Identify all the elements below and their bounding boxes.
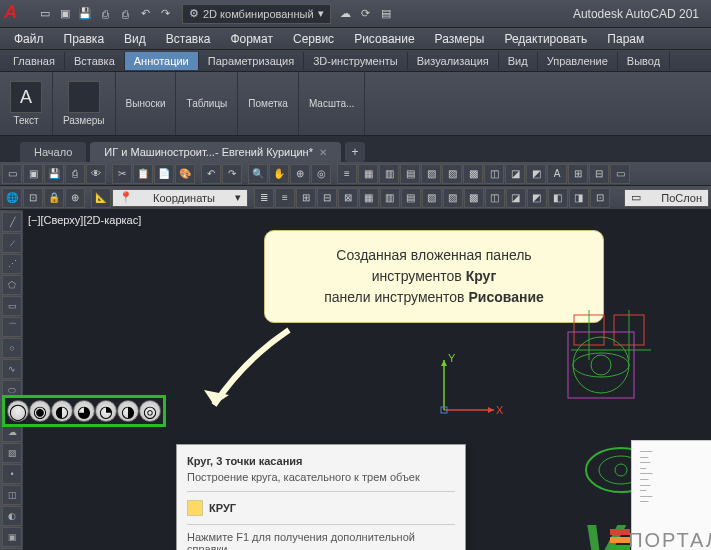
tb-icon[interactable]: ▨ <box>442 164 462 184</box>
menu-format[interactable]: Формат <box>220 30 283 48</box>
tb-icon[interactable]: 🌐 <box>2 188 22 208</box>
tb-icon[interactable]: ▧ <box>422 188 442 208</box>
tb-icon[interactable]: ⎙ <box>65 164 85 184</box>
circle-3point-icon[interactable]: ◕ <box>73 400 95 422</box>
tab-3dtools[interactable]: 3D-инструменты <box>304 52 408 70</box>
tb-icon[interactable]: ▩ <box>464 188 484 208</box>
tb-icon[interactable]: ▥ <box>379 164 399 184</box>
tb-icon[interactable]: ◪ <box>505 164 525 184</box>
ribbon-group-scale[interactable]: Масшта... <box>299 72 365 135</box>
spline-icon[interactable]: ∿ <box>2 359 22 379</box>
tb-icon[interactable]: ▦ <box>358 164 378 184</box>
tb-icon[interactable]: 🔒 <box>44 188 64 208</box>
circle-donut-icon[interactable]: ◎ <box>139 400 161 422</box>
tab-output[interactable]: Вывод <box>618 52 670 70</box>
gradient-icon[interactable]: ◐ <box>2 506 22 526</box>
hatch-icon[interactable]: ▨ <box>2 443 22 463</box>
tb-icon[interactable]: 📄 <box>154 164 174 184</box>
tb-icon[interactable]: ▥ <box>380 188 400 208</box>
menu-dimension[interactable]: Размеры <box>425 30 495 48</box>
tab-insert[interactable]: Вставка <box>65 52 125 70</box>
tb-icon[interactable]: 🎨 <box>175 164 195 184</box>
tb-icon[interactable]: ◩ <box>526 164 546 184</box>
layer-combo[interactable]: ▭ПоСлон <box>624 189 709 207</box>
menu-view[interactable]: Вид <box>114 30 156 48</box>
line-icon[interactable]: ╱ <box>2 212 22 232</box>
close-icon[interactable]: ✕ <box>319 147 327 158</box>
new-tab-button[interactable]: + <box>345 142 365 162</box>
publish-icon[interactable]: ▤ <box>377 5 395 23</box>
tab-home[interactable]: Главная <box>4 52 65 70</box>
tb-icon[interactable]: ▭ <box>2 164 22 184</box>
tb-icon[interactable]: 💾 <box>44 164 64 184</box>
doc-tab-start[interactable]: Начало <box>20 142 86 162</box>
circle-center-diameter-icon[interactable]: ◉ <box>29 400 51 422</box>
tb-icon[interactable]: ✋ <box>269 164 289 184</box>
coordinates-selector[interactable]: 📍Координаты▾ <box>112 189 248 207</box>
menu-draw[interactable]: Рисование <box>344 30 424 48</box>
plot-icon[interactable]: ⎙ <box>116 5 134 23</box>
tb-icon[interactable]: ⊡ <box>590 188 610 208</box>
ribbon-group-dimensions[interactable]: Размеры <box>53 72 116 135</box>
sync-icon[interactable]: ⟳ <box>357 5 375 23</box>
tb-icon[interactable]: 📋 <box>133 164 153 184</box>
menu-modify[interactable]: Редактировать <box>494 30 597 48</box>
tb-icon[interactable]: ◪ <box>506 188 526 208</box>
tb-icon[interactable]: ▣ <box>23 164 43 184</box>
tb-icon[interactable]: ▤ <box>400 164 420 184</box>
tb-icon[interactable]: ≡ <box>275 188 295 208</box>
ribbon-group-markup[interactable]: Пометка <box>238 72 299 135</box>
menu-insert[interactable]: Вставка <box>156 30 221 48</box>
open-icon[interactable]: ▣ <box>56 5 74 23</box>
share-icon[interactable]: ☁ <box>337 5 355 23</box>
construction-line-icon[interactable]: ⋰ <box>2 254 22 274</box>
tb-icon[interactable]: ◨ <box>569 188 589 208</box>
tb-icon[interactable]: ⊕ <box>65 188 85 208</box>
circle-ttt-icon[interactable]: ◑ <box>117 400 139 422</box>
tb-icon[interactable]: ◎ <box>311 164 331 184</box>
arc-icon[interactable]: ⌒ <box>2 317 22 337</box>
workspace-selector[interactable]: ⚙ 2D комбинированный ▾ <box>182 4 331 24</box>
tb-icon[interactable]: 👁 <box>86 164 106 184</box>
tb-icon[interactable]: ↶ <box>201 164 221 184</box>
undo-icon[interactable]: ↶ <box>136 5 154 23</box>
tb-icon[interactable]: ▦ <box>359 188 379 208</box>
circle-ttr-icon[interactable]: ◔ <box>95 400 117 422</box>
tb-icon[interactable]: ▧ <box>421 164 441 184</box>
saveas-icon[interactable]: ⎙ <box>96 5 114 23</box>
tb-icon[interactable]: ≡ <box>337 164 357 184</box>
tb-icon[interactable]: ⊞ <box>568 164 588 184</box>
tab-annotate[interactable]: Аннотации <box>125 52 199 70</box>
rectangle-icon[interactable]: ▭ <box>2 296 22 316</box>
tab-visualize[interactable]: Визуализация <box>408 52 499 70</box>
ribbon-group-leaders[interactable]: Выноски <box>116 72 177 135</box>
tb-icon[interactable]: ⊟ <box>317 188 337 208</box>
tb-icon[interactable]: ⊠ <box>338 188 358 208</box>
menu-param[interactable]: Парам <box>597 30 654 48</box>
circle-2point-icon[interactable]: ◐ <box>51 400 73 422</box>
region-icon[interactable]: ▣ <box>2 527 22 547</box>
viewport-label[interactable]: [−][Сверху][2D-каркас] <box>28 214 141 226</box>
tb-icon[interactable]: A <box>547 164 567 184</box>
menu-tools[interactable]: Сервис <box>283 30 344 48</box>
menu-file[interactable]: Файл <box>4 30 54 48</box>
tb-icon[interactable]: ↷ <box>222 164 242 184</box>
drawing-canvas[interactable]: [−][Сверху][2D-каркас] Созданная вложенн… <box>24 210 711 550</box>
tb-icon[interactable]: ▩ <box>463 164 483 184</box>
tb-icon[interactable]: ▤ <box>401 188 421 208</box>
tb-icon[interactable]: ◩ <box>527 188 547 208</box>
new-icon[interactable]: ▭ <box>36 5 54 23</box>
tb-icon[interactable]: 📐 <box>91 188 111 208</box>
ribbon-group-text[interactable]: A Текст <box>0 72 53 135</box>
tb-icon[interactable]: ▨ <box>443 188 463 208</box>
tb-icon[interactable]: ≣ <box>254 188 274 208</box>
redo-icon[interactable]: ↷ <box>156 5 174 23</box>
block-icon[interactable]: ◫ <box>2 485 22 505</box>
tb-icon[interactable]: ⊞ <box>296 188 316 208</box>
tab-view[interactable]: Вид <box>499 52 538 70</box>
tb-icon[interactable]: ⊟ <box>589 164 609 184</box>
tb-icon[interactable]: ✂ <box>112 164 132 184</box>
tb-icon[interactable]: ◫ <box>485 188 505 208</box>
tab-manage[interactable]: Управление <box>538 52 618 70</box>
tb-icon[interactable]: ⊕ <box>290 164 310 184</box>
